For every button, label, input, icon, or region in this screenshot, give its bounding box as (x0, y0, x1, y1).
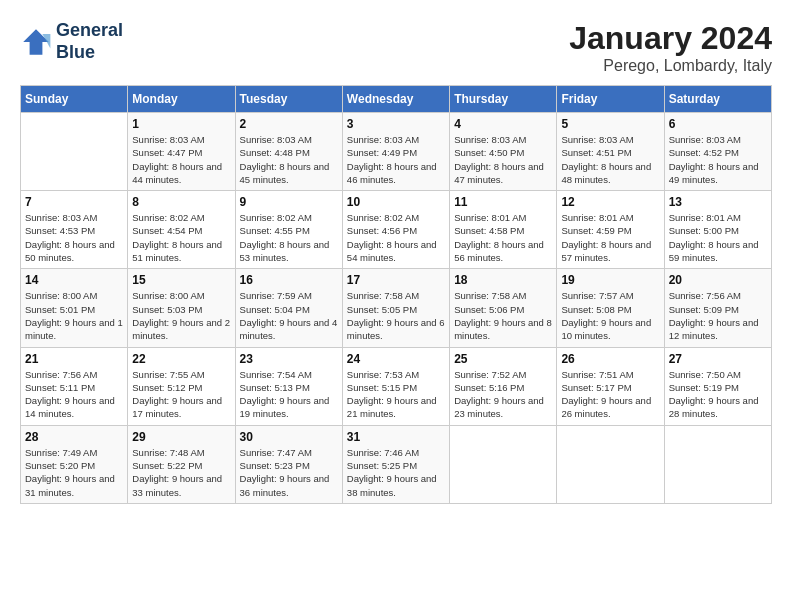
day-number: 11 (454, 195, 552, 209)
logo: General Blue (20, 20, 123, 63)
calendar-cell: 22Sunrise: 7:55 AMSunset: 5:12 PMDayligh… (128, 347, 235, 425)
day-info: Sunrise: 8:02 AMSunset: 4:55 PMDaylight:… (240, 211, 338, 264)
day-number: 13 (669, 195, 767, 209)
calendar-week-3: 21Sunrise: 7:56 AMSunset: 5:11 PMDayligh… (21, 347, 772, 425)
day-info: Sunrise: 8:01 AMSunset: 4:58 PMDaylight:… (454, 211, 552, 264)
day-number: 29 (132, 430, 230, 444)
day-info: Sunrise: 8:02 AMSunset: 4:54 PMDaylight:… (132, 211, 230, 264)
calendar-cell: 2Sunrise: 8:03 AMSunset: 4:48 PMDaylight… (235, 113, 342, 191)
weekday-header-sunday: Sunday (21, 86, 128, 113)
day-number: 15 (132, 273, 230, 287)
day-number: 18 (454, 273, 552, 287)
day-number: 20 (669, 273, 767, 287)
calendar-cell: 30Sunrise: 7:47 AMSunset: 5:23 PMDayligh… (235, 425, 342, 503)
day-number: 27 (669, 352, 767, 366)
day-info: Sunrise: 7:56 AMSunset: 5:11 PMDaylight:… (25, 368, 123, 421)
day-number: 6 (669, 117, 767, 131)
calendar-subtitle: Perego, Lombardy, Italy (569, 57, 772, 75)
weekday-header-saturday: Saturday (664, 86, 771, 113)
calendar-cell: 14Sunrise: 8:00 AMSunset: 5:01 PMDayligh… (21, 269, 128, 347)
day-info: Sunrise: 8:03 AMSunset: 4:48 PMDaylight:… (240, 133, 338, 186)
calendar-cell: 11Sunrise: 8:01 AMSunset: 4:58 PMDayligh… (450, 191, 557, 269)
day-info: Sunrise: 7:49 AMSunset: 5:20 PMDaylight:… (25, 446, 123, 499)
calendar-cell: 27Sunrise: 7:50 AMSunset: 5:19 PMDayligh… (664, 347, 771, 425)
calendar-cell: 8Sunrise: 8:02 AMSunset: 4:54 PMDaylight… (128, 191, 235, 269)
day-number: 2 (240, 117, 338, 131)
calendar-cell: 26Sunrise: 7:51 AMSunset: 5:17 PMDayligh… (557, 347, 664, 425)
calendar-cell: 24Sunrise: 7:53 AMSunset: 5:15 PMDayligh… (342, 347, 449, 425)
day-number: 30 (240, 430, 338, 444)
day-info: Sunrise: 8:03 AMSunset: 4:53 PMDaylight:… (25, 211, 123, 264)
page-container: General Blue January 2024 Perego, Lombar… (0, 0, 792, 514)
calendar-cell: 6Sunrise: 8:03 AMSunset: 4:52 PMDaylight… (664, 113, 771, 191)
day-number: 25 (454, 352, 552, 366)
calendar-cell: 3Sunrise: 8:03 AMSunset: 4:49 PMDaylight… (342, 113, 449, 191)
day-number: 19 (561, 273, 659, 287)
day-info: Sunrise: 8:03 AMSunset: 4:49 PMDaylight:… (347, 133, 445, 186)
title-block: January 2024 Perego, Lombardy, Italy (569, 20, 772, 75)
weekday-header-row: SundayMondayTuesdayWednesdayThursdayFrid… (21, 86, 772, 113)
day-number: 17 (347, 273, 445, 287)
svg-marker-0 (23, 29, 49, 55)
day-info: Sunrise: 7:58 AMSunset: 5:06 PMDaylight:… (454, 289, 552, 342)
day-info: Sunrise: 8:00 AMSunset: 5:01 PMDaylight:… (25, 289, 123, 342)
calendar-cell: 1Sunrise: 8:03 AMSunset: 4:47 PMDaylight… (128, 113, 235, 191)
calendar-cell (450, 425, 557, 503)
weekday-header-tuesday: Tuesday (235, 86, 342, 113)
calendar-title: January 2024 (569, 20, 772, 57)
day-number: 23 (240, 352, 338, 366)
day-number: 21 (25, 352, 123, 366)
day-number: 1 (132, 117, 230, 131)
day-number: 7 (25, 195, 123, 209)
logo-line2: Blue (56, 42, 123, 64)
calendar-cell: 21Sunrise: 7:56 AMSunset: 5:11 PMDayligh… (21, 347, 128, 425)
calendar-cell: 7Sunrise: 8:03 AMSunset: 4:53 PMDaylight… (21, 191, 128, 269)
calendar-cell: 20Sunrise: 7:56 AMSunset: 5:09 PMDayligh… (664, 269, 771, 347)
calendar-cell: 19Sunrise: 7:57 AMSunset: 5:08 PMDayligh… (557, 269, 664, 347)
calendar-cell (664, 425, 771, 503)
day-info: Sunrise: 7:57 AMSunset: 5:08 PMDaylight:… (561, 289, 659, 342)
day-info: Sunrise: 8:03 AMSunset: 4:50 PMDaylight:… (454, 133, 552, 186)
day-info: Sunrise: 7:53 AMSunset: 5:15 PMDaylight:… (347, 368, 445, 421)
day-info: Sunrise: 8:03 AMSunset: 4:47 PMDaylight:… (132, 133, 230, 186)
calendar-cell: 10Sunrise: 8:02 AMSunset: 4:56 PMDayligh… (342, 191, 449, 269)
calendar-cell: 31Sunrise: 7:46 AMSunset: 5:25 PMDayligh… (342, 425, 449, 503)
day-number: 9 (240, 195, 338, 209)
calendar-cell (557, 425, 664, 503)
calendar-cell: 16Sunrise: 7:59 AMSunset: 5:04 PMDayligh… (235, 269, 342, 347)
day-number: 8 (132, 195, 230, 209)
day-info: Sunrise: 7:58 AMSunset: 5:05 PMDaylight:… (347, 289, 445, 342)
calendar-week-2: 14Sunrise: 8:00 AMSunset: 5:01 PMDayligh… (21, 269, 772, 347)
day-info: Sunrise: 7:51 AMSunset: 5:17 PMDaylight:… (561, 368, 659, 421)
calendar-cell: 9Sunrise: 8:02 AMSunset: 4:55 PMDaylight… (235, 191, 342, 269)
calendar-week-0: 1Sunrise: 8:03 AMSunset: 4:47 PMDaylight… (21, 113, 772, 191)
day-info: Sunrise: 7:47 AMSunset: 5:23 PMDaylight:… (240, 446, 338, 499)
calendar-week-1: 7Sunrise: 8:03 AMSunset: 4:53 PMDaylight… (21, 191, 772, 269)
day-number: 22 (132, 352, 230, 366)
day-info: Sunrise: 8:01 AMSunset: 4:59 PMDaylight:… (561, 211, 659, 264)
calendar-cell: 25Sunrise: 7:52 AMSunset: 5:16 PMDayligh… (450, 347, 557, 425)
calendar-cell: 13Sunrise: 8:01 AMSunset: 5:00 PMDayligh… (664, 191, 771, 269)
header: General Blue January 2024 Perego, Lombar… (20, 20, 772, 75)
day-info: Sunrise: 7:55 AMSunset: 5:12 PMDaylight:… (132, 368, 230, 421)
calendar-cell: 12Sunrise: 8:01 AMSunset: 4:59 PMDayligh… (557, 191, 664, 269)
day-info: Sunrise: 8:03 AMSunset: 4:52 PMDaylight:… (669, 133, 767, 186)
day-info: Sunrise: 7:46 AMSunset: 5:25 PMDaylight:… (347, 446, 445, 499)
calendar-cell: 5Sunrise: 8:03 AMSunset: 4:51 PMDaylight… (557, 113, 664, 191)
day-info: Sunrise: 7:52 AMSunset: 5:16 PMDaylight:… (454, 368, 552, 421)
calendar-cell: 4Sunrise: 8:03 AMSunset: 4:50 PMDaylight… (450, 113, 557, 191)
day-number: 16 (240, 273, 338, 287)
day-number: 24 (347, 352, 445, 366)
day-number: 31 (347, 430, 445, 444)
day-info: Sunrise: 8:03 AMSunset: 4:51 PMDaylight:… (561, 133, 659, 186)
day-info: Sunrise: 8:01 AMSunset: 5:00 PMDaylight:… (669, 211, 767, 264)
day-info: Sunrise: 8:00 AMSunset: 5:03 PMDaylight:… (132, 289, 230, 342)
day-info: Sunrise: 7:48 AMSunset: 5:22 PMDaylight:… (132, 446, 230, 499)
calendar-cell: 28Sunrise: 7:49 AMSunset: 5:20 PMDayligh… (21, 425, 128, 503)
day-number: 4 (454, 117, 552, 131)
day-number: 5 (561, 117, 659, 131)
day-number: 26 (561, 352, 659, 366)
logo-icon (20, 26, 52, 58)
day-number: 28 (25, 430, 123, 444)
day-info: Sunrise: 8:02 AMSunset: 4:56 PMDaylight:… (347, 211, 445, 264)
